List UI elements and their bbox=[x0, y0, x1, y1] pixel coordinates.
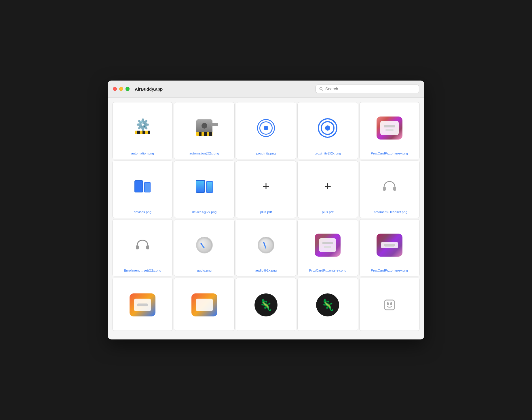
main-window: AirBuddy.app ⚙️ automation.png bbox=[108, 81, 424, 339]
file-icon-area: + bbox=[301, 166, 355, 207]
file-label: Enrollment-...set@2x.png bbox=[124, 268, 161, 273]
file-icon-area bbox=[115, 166, 170, 207]
file-icon-area bbox=[115, 283, 170, 327]
headset-icon bbox=[382, 179, 397, 194]
maximize-button[interactable] bbox=[126, 87, 130, 91]
file-icon-area: 🦎 bbox=[301, 283, 355, 327]
file-card[interactable]: devices@2x.png bbox=[174, 161, 234, 218]
svg-rect-2 bbox=[383, 187, 386, 191]
file-card[interactable]: devices.png bbox=[112, 161, 173, 218]
proxcard3-icon bbox=[377, 234, 402, 257]
file-label: ProxCardPr...onterey.png bbox=[371, 151, 408, 156]
file-label: automation.png bbox=[131, 151, 154, 156]
file-icon-area: + bbox=[239, 166, 293, 207]
monster2-icon: 🦎 bbox=[316, 293, 339, 316]
minimize-button[interactable] bbox=[119, 87, 123, 91]
file-label: ProxCardPr...onterey.png bbox=[309, 268, 346, 273]
svg-rect-4 bbox=[136, 245, 139, 249]
file-label: automation@2x.png bbox=[189, 151, 219, 156]
svg-rect-5 bbox=[146, 245, 149, 249]
proxcard2-icon bbox=[315, 234, 341, 257]
file-label: proximity.png bbox=[256, 151, 276, 156]
file-label: Enrollment-Headset.png bbox=[372, 210, 407, 214]
svg-rect-6 bbox=[385, 300, 394, 310]
file-icon-area: ⚙️ bbox=[115, 108, 170, 148]
file-card[interactable]: Enrollment-...set@2x.png bbox=[112, 219, 173, 276]
file-card[interactable]: Enrollment-Headset.png bbox=[359, 161, 420, 218]
file-card[interactable]: ProxCardPr...onterey.png bbox=[297, 219, 358, 276]
svg-rect-3 bbox=[393, 187, 396, 191]
file-icon-area bbox=[301, 108, 355, 148]
svg-rect-8 bbox=[390, 302, 392, 305]
devices2x-icon bbox=[196, 180, 213, 193]
file-card[interactable]: ProxCardPr...onterey.png bbox=[359, 102, 420, 159]
file-card[interactable]: automation@2x.png bbox=[174, 102, 234, 159]
file-card[interactable]: proximity@2x.png bbox=[297, 102, 358, 159]
file-card[interactable] bbox=[112, 278, 173, 331]
file-grid: ⚙️ automation.png automation@2x.png bbox=[108, 98, 424, 339]
search-bar[interactable] bbox=[316, 85, 419, 93]
file-card[interactable]: audio@2x.png bbox=[236, 219, 296, 276]
plus-icon-2: + bbox=[324, 180, 331, 192]
file-card[interactable]: ⚙️ automation.png bbox=[112, 102, 173, 159]
audio-icon bbox=[196, 237, 213, 253]
audio2x-icon bbox=[258, 237, 274, 253]
file-card[interactable]: + plus.pdf bbox=[236, 161, 296, 218]
file-label: plus.pdf bbox=[322, 210, 333, 214]
file-card[interactable]: 🦎 bbox=[236, 278, 296, 331]
file-icon-area: 🦎 bbox=[239, 283, 293, 327]
traffic-lights bbox=[113, 87, 130, 91]
close-button[interactable] bbox=[113, 87, 117, 91]
file-icon-area bbox=[177, 108, 231, 148]
file-icon-area bbox=[362, 108, 417, 148]
file-icon-area bbox=[362, 283, 417, 327]
file-icon-area bbox=[239, 108, 293, 148]
monster-icon: 🦎 bbox=[254, 293, 278, 316]
file-card[interactable]: + plus.pdf bbox=[297, 161, 358, 218]
file-label: audio@2x.png bbox=[255, 268, 277, 273]
file-icon-area bbox=[177, 225, 231, 266]
plug-icon bbox=[383, 298, 396, 312]
file-label: devices.png bbox=[134, 210, 151, 214]
airpods-bg-icon bbox=[130, 293, 155, 316]
file-icon-area bbox=[239, 225, 293, 266]
file-card[interactable] bbox=[174, 278, 234, 331]
headset2x-icon bbox=[135, 238, 150, 252]
search-input[interactable] bbox=[325, 87, 415, 91]
file-label: audio.png bbox=[197, 268, 212, 273]
file-icon-area bbox=[115, 225, 170, 266]
airpods-bg2-icon bbox=[191, 293, 217, 316]
file-label: devices@2x.png bbox=[192, 210, 216, 214]
file-card[interactable]: audio.png bbox=[174, 219, 234, 276]
file-label: plus.pdf bbox=[260, 210, 272, 214]
svg-rect-7 bbox=[387, 302, 389, 305]
search-icon bbox=[319, 87, 323, 91]
file-label: ProxCardPr...onterey.png bbox=[371, 268, 408, 273]
file-icon-area bbox=[177, 166, 231, 207]
app-title: AirBuddy.app bbox=[135, 87, 163, 91]
file-icon-area bbox=[362, 166, 417, 207]
file-icon-area bbox=[362, 225, 417, 266]
file-icon-area bbox=[301, 225, 355, 266]
plus-icon: + bbox=[263, 180, 270, 192]
file-icon-area bbox=[177, 283, 231, 327]
titlebar: AirBuddy.app bbox=[108, 81, 424, 98]
svg-line-1 bbox=[322, 89, 323, 90]
file-card[interactable]: ProxCardPr...onterey.png bbox=[359, 219, 420, 276]
file-card[interactable]: proximity.png bbox=[236, 102, 296, 159]
file-card[interactable] bbox=[359, 278, 420, 331]
devices-icon bbox=[134, 180, 151, 192]
file-card[interactable]: 🦎 bbox=[297, 278, 358, 331]
file-label: proximity@2x.png bbox=[314, 151, 341, 156]
